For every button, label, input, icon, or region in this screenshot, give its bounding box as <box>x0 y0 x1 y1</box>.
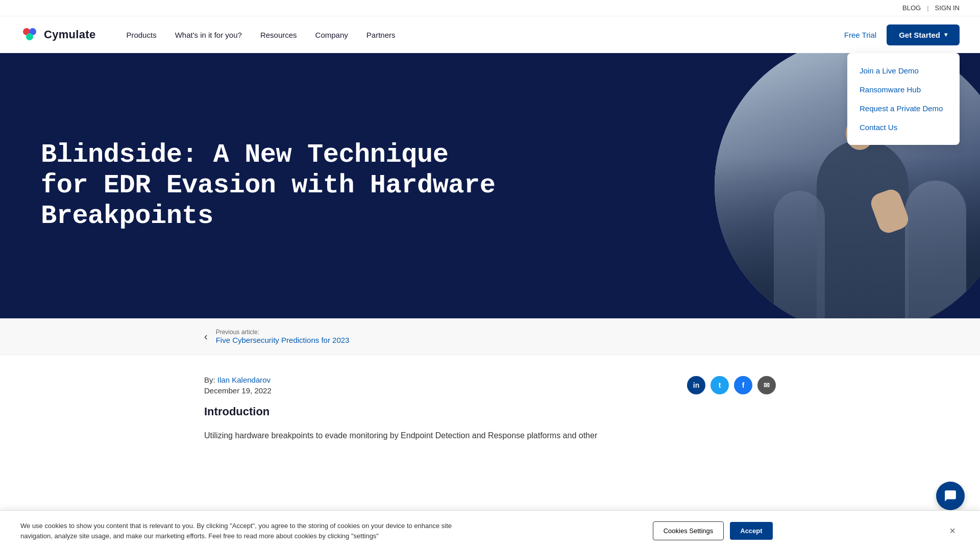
hero-content: Blindside: A New Technique for EDR Evasi… <box>0 53 539 318</box>
nav-whats-in-it[interactable]: What's in it for you? <box>175 31 242 39</box>
article-intro-text: Utilizing hardware breakpoints to evade … <box>204 429 776 442</box>
by-label: By: <box>204 375 215 384</box>
nav-resources[interactable]: Resources <box>260 31 297 39</box>
chat-bubble-button[interactable] <box>936 482 965 510</box>
twitter-share-icon[interactable]: t <box>710 376 729 394</box>
logo[interactable]: Cymulate <box>20 26 95 44</box>
dropdown-panel: Join a Live Demo Ransomware Hub Request … <box>847 53 960 145</box>
nav-actions: Free Trial Get Started ▾ <box>844 24 960 45</box>
nav-company[interactable]: Company <box>315 31 348 39</box>
cookie-banner: We use cookies to show you content that … <box>0 510 980 551</box>
get-started-chevron: ▾ <box>944 31 947 38</box>
section-title: Introduction <box>204 405 776 418</box>
nav-products[interactable]: Products <box>126 31 156 39</box>
cookie-accept-button[interactable]: Accept <box>730 522 772 540</box>
cookie-close-icon[interactable]: × <box>945 525 960 537</box>
prev-article-info: Previous article: Five Cybersecurity Pre… <box>216 329 350 344</box>
signin-link[interactable]: SIGN IN <box>935 4 960 12</box>
free-trial-link[interactable]: Free Trial <box>844 31 876 39</box>
article-date: December 19, 2022 <box>204 386 272 395</box>
hero-title: Blindside: A New Technique for EDR Evasi… <box>41 140 498 231</box>
linkedin-share-icon[interactable]: in <box>687 376 705 394</box>
cookie-text: We use cookies to show you content that … <box>20 521 480 541</box>
author-name[interactable]: Ilan Kalendarov <box>217 375 271 384</box>
logo-icon <box>20 26 39 44</box>
cookie-settings-button[interactable]: Cookies Settings <box>653 521 724 540</box>
article-nav: ‹ Previous article: Five Cybersecurity P… <box>0 318 980 355</box>
email-share-icon[interactable]: ✉ <box>757 376 776 394</box>
prev-label: Previous article: <box>216 329 350 336</box>
prev-article-title[interactable]: Five Cybersecurity Predictions for 2023 <box>216 336 350 344</box>
author-info: By: Ilan Kalendarov December 19, 2022 <box>204 375 272 395</box>
svg-point-2 <box>26 33 33 40</box>
prev-chevron-icon[interactable]: ‹ <box>204 331 208 342</box>
author-row: By: Ilan Kalendarov December 19, 2022 in… <box>204 375 776 395</box>
get-started-label: Get Started <box>899 31 940 39</box>
nav-links: Products What's in it for you? Resources… <box>126 31 844 39</box>
nav-partners[interactable]: Partners <box>366 31 396 39</box>
facebook-share-icon[interactable]: f <box>734 376 752 394</box>
dropdown-ransomware-hub[interactable]: Ransomware Hub <box>860 80 947 99</box>
dropdown-join-live-demo[interactable]: Join a Live Demo <box>860 61 947 80</box>
chat-icon <box>944 489 957 503</box>
cookie-actions: Cookies Settings Accept <box>653 521 773 540</box>
navbar: Cymulate Products What's in it for you? … <box>0 16 980 53</box>
top-bar-separator: | <box>927 4 928 12</box>
hero-section: Blindside: A New Technique for EDR Evasi… <box>0 53 980 318</box>
top-bar: BLOG | SIGN IN <box>0 0 980 16</box>
logo-text: Cymulate <box>44 28 95 41</box>
dropdown-request-private-demo[interactable]: Request a Private Demo <box>860 99 947 118</box>
social-share: in t f ✉ <box>687 376 776 394</box>
dropdown-contact-us[interactable]: Contact Us <box>860 118 947 137</box>
article-body: By: Ilan Kalendarov December 19, 2022 in… <box>0 355 980 463</box>
author-line: By: Ilan Kalendarov <box>204 375 272 384</box>
blog-link[interactable]: BLOG <box>902 4 921 12</box>
get-started-button[interactable]: Get Started ▾ <box>887 24 960 45</box>
